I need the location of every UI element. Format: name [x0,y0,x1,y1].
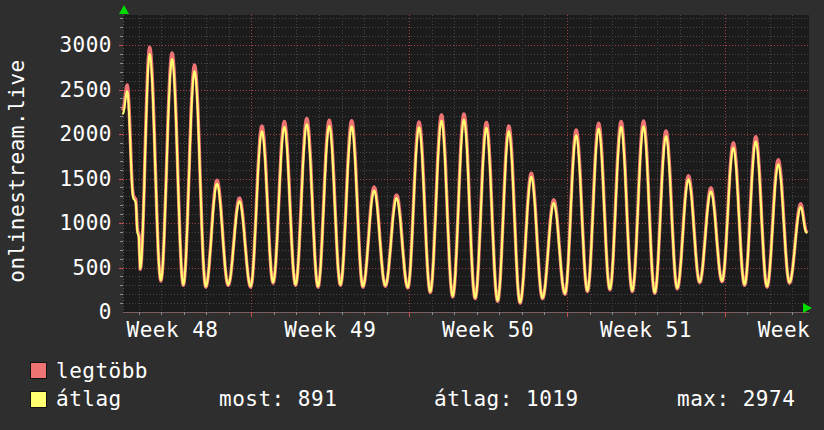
y-tick-label: 1500 [30,168,112,190]
rrd-graph-screen: onlinestream.live 0500100015002000250030… [0,0,824,430]
stat-most: most: 891 [219,388,337,411]
x-tick-label: Week 49 [245,319,415,341]
y-tick-label: 1000 [30,212,112,234]
x-axis-arrow-icon [803,303,812,313]
chart-canvas [123,15,809,312]
legend-swatch-legtobb [30,362,47,379]
y-tick-label: 3000 [30,34,112,56]
y-tick-label: 2500 [30,79,112,101]
y-tick-label: 500 [30,257,112,279]
x-tick-label: Week 52 [719,319,824,341]
legend-label-atlag: átlag [56,388,122,411]
plot-area [123,15,809,312]
x-tick-label: Week 51 [561,319,731,341]
stat-atlag: átlag: 1019 [434,388,579,411]
x-tick-label: Week 50 [403,319,573,341]
y-tick-label: 2000 [30,123,112,145]
legend-swatch-atlag [30,391,47,408]
y-axis-arrow-icon [119,5,129,14]
legend-label-legtobb: legtöbb [56,360,148,383]
stat-max: max: 2974 [677,388,795,411]
vertical-axis-title: onlinestream.live [5,59,29,282]
x-tick-label: Week 48 [88,319,258,341]
